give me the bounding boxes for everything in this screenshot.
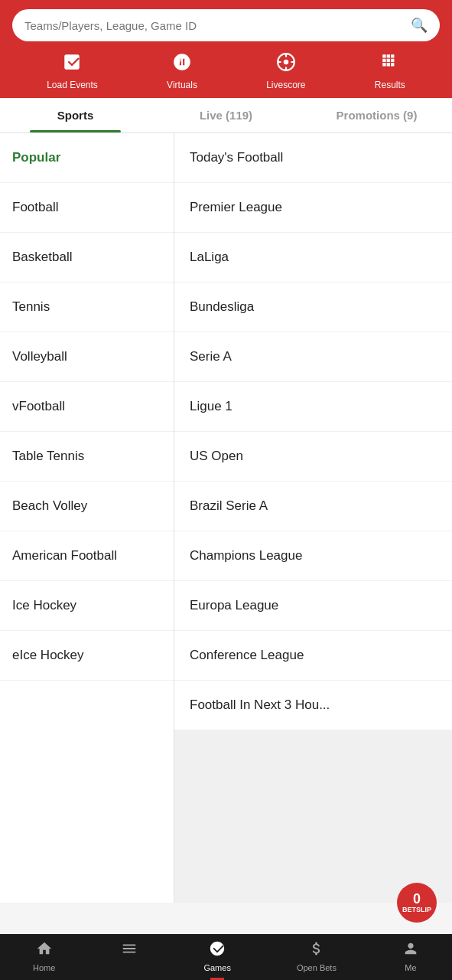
search-bar[interactable]: 🔍	[12, 9, 440, 41]
search-input[interactable]	[24, 19, 411, 32]
load-events-icon	[62, 52, 82, 77]
livescore-icon	[276, 52, 296, 77]
load-events-label: Load Events	[47, 80, 98, 90]
svg-text:V: V	[174, 57, 181, 68]
results-label: Results	[375, 80, 405, 90]
sidebar-item-volleyball[interactable]: Volleyball	[0, 332, 174, 382]
livescore-label: Livescore	[266, 80, 305, 90]
sidebar-item-american-football[interactable]: American Football	[0, 531, 174, 581]
sidebar-item-popular[interactable]: Popular	[0, 133, 174, 183]
right-item-europa-league[interactable]: Europa League	[174, 581, 452, 631]
right-item-brazil-serie-a[interactable]: Brazil Serie A	[174, 482, 452, 531]
right-item-us-open[interactable]: US Open	[174, 432, 452, 482]
sidebar-item-eice-hockey[interactable]: eIce Hockey	[0, 631, 174, 681]
results-button[interactable]: Results	[375, 52, 405, 90]
sidebar-item-beach-volley[interactable]: Beach Volley	[0, 482, 174, 531]
right-panel: Today's Football Premier League LaLiga B…	[174, 133, 452, 903]
sidebar: Popular Football Basketball Tennis Volle…	[0, 133, 174, 903]
right-item-football-next-3h[interactable]: Football In Next 3 Hou...	[174, 681, 452, 730]
virtuals-icon: V	[172, 52, 192, 77]
sidebar-item-basketball[interactable]: Basketball	[0, 233, 174, 283]
nav-icons: Load Events V Virtuals Livescore	[12, 52, 440, 98]
livescore-button[interactable]: Livescore	[266, 52, 305, 90]
sidebar-item-table-tennis[interactable]: Table Tennis	[0, 432, 174, 482]
svg-point-2	[284, 60, 289, 65]
tab-sports[interactable]: Sports	[0, 98, 151, 132]
right-item-bundesliga[interactable]: Bundesliga	[174, 283, 452, 332]
right-item-champions-league[interactable]: Champions League	[174, 531, 452, 581]
sidebar-item-tennis[interactable]: Tennis	[0, 283, 174, 332]
betslip-count: 0	[413, 892, 421, 903]
right-item-premier-league[interactable]: Premier League	[174, 183, 452, 233]
results-icon	[380, 52, 400, 77]
virtuals-label: Virtuals	[167, 80, 197, 90]
right-item-serie-a[interactable]: Serie A	[174, 332, 452, 382]
tabs: Sports Live (119) Promotions (9)	[0, 98, 452, 133]
header: 🔍 Load Events V Virtuals	[0, 0, 452, 98]
right-item-todays-football[interactable]: Today's Football	[174, 133, 452, 183]
virtuals-button[interactable]: V Virtuals	[167, 52, 197, 90]
sidebar-item-ice-hockey[interactable]: Ice Hockey	[0, 581, 174, 631]
tab-promotions[interactable]: Promotions (9)	[301, 98, 452, 132]
right-item-laliga[interactable]: LaLiga	[174, 233, 452, 283]
search-icon: 🔍	[411, 17, 428, 34]
load-events-button[interactable]: Load Events	[47, 52, 98, 90]
right-item-ligue-1[interactable]: Ligue 1	[174, 382, 452, 432]
tab-live[interactable]: Live (119)	[151, 98, 301, 132]
sidebar-item-football[interactable]: Football	[0, 183, 174, 233]
right-item-conference-league[interactable]: Conference League	[174, 631, 452, 681]
content-area: Popular Football Basketball Tennis Volle…	[0, 133, 452, 903]
sidebar-item-vfootball[interactable]: vFootball	[0, 382, 174, 432]
